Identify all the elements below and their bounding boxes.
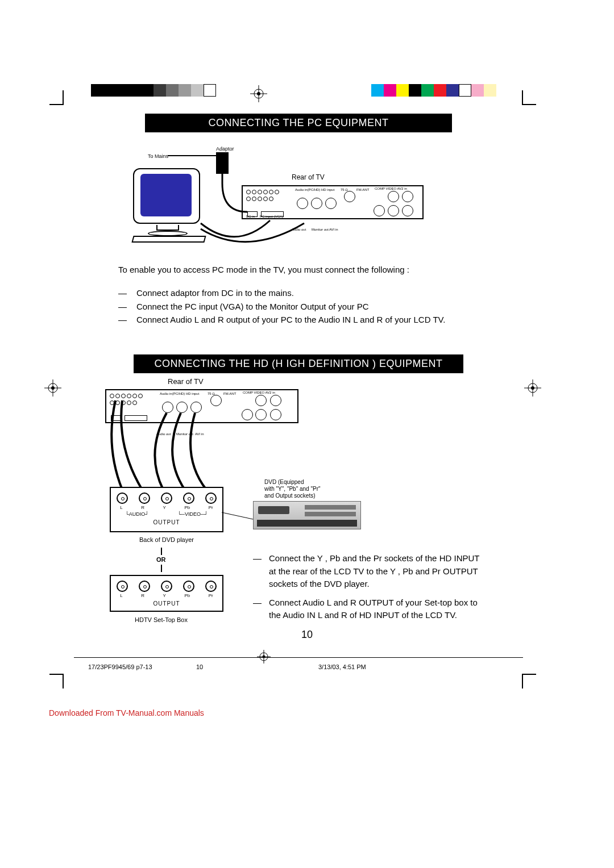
svg-point-3	[257, 92, 260, 95]
crop-mark	[49, 104, 64, 105]
or-label: OR	[156, 556, 166, 563]
or-divider	[161, 565, 162, 572]
color-calibration-bar-grayscale	[91, 84, 216, 97]
crop-mark	[63, 674, 64, 688]
crop-mark	[63, 90, 64, 105]
diagram-hd-connection: Rear of TV Audio in(PC/HD) HD input 75 Ω…	[99, 379, 497, 703]
cable-paths-2	[99, 379, 304, 493]
section-title-pc: CONNECTING THE PC EQUIPMENT	[145, 114, 452, 132]
cable-paths	[99, 138, 497, 252]
registration-mark-icon	[524, 379, 541, 397]
dvd-caption: Back of DVD player	[139, 536, 194, 543]
section-title-hd: CONNECTING THE HD (H IGH DEFINITION ) EQ…	[134, 354, 463, 373]
hdtv-caption: HDTV Set-Top Box	[135, 616, 188, 623]
svg-point-7	[51, 386, 55, 390]
dvd-output-panel-icon: LRYPbPr └AUDIO┘└─VIDEO─┘ OUTPUT	[110, 487, 223, 532]
registration-mark-icon	[44, 379, 61, 397]
crop-mark	[522, 104, 536, 105]
color-calibration-bar-color	[371, 84, 496, 97]
footer-divider	[74, 657, 523, 658]
download-source-note: Downloaded From TV-Manual.com Manuals	[49, 708, 204, 717]
instruction-list-pc: —Connect adaptor from DC in to the mains…	[118, 286, 495, 326]
page-number: 10	[0, 629, 614, 641]
crop-mark	[49, 674, 64, 675]
or-divider	[161, 548, 162, 555]
footer-datetime: 3/13/03, 4:51 PM	[318, 663, 366, 670]
footer-page: 10	[196, 663, 203, 670]
registration-mark-icon	[250, 85, 267, 102]
dvd-player-icon	[253, 501, 361, 529]
svg-line-16	[222, 512, 253, 519]
intro-text: To enable you to access PC mode in the T…	[118, 263, 495, 276]
instruction-list-hd: —Connect the Y , Pb and the Pr sockets o…	[253, 552, 486, 628]
crop-mark	[522, 90, 523, 105]
diagram-pc-connection: Adaptor To Mains Rear of TV	[99, 138, 497, 246]
svg-point-11	[531, 386, 534, 390]
dvd-description: DVD (Equipped with "Y", "Pb" and "Pr" an…	[264, 479, 321, 499]
footer-doc-id: 17/23PF9945/69 p7-13	[88, 663, 152, 670]
callout-line	[222, 507, 256, 524]
hdtv-output-panel-icon: LRYPbPr OUTPUT	[110, 575, 223, 612]
